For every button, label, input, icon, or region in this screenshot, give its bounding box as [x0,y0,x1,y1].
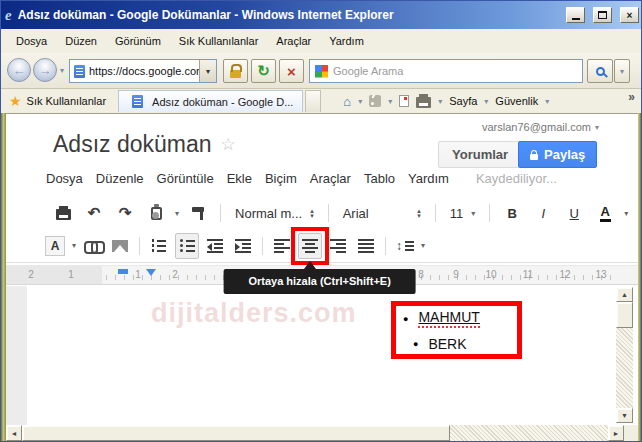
font-select[interactable]: Arial ▴ ▾ [339,206,425,221]
decrease-indent-button[interactable] [203,233,227,259]
share-button[interactable]: Paylaş [518,141,597,168]
toolbar-separator [220,204,221,222]
left-indent-marker[interactable] [146,269,156,276]
favorites-button[interactable]: Sık Kullanılanlar [27,95,107,107]
document-canvas[interactable]: dijitalders.com ● MAHMUT ● BERK [6,286,638,425]
vertical-scroll-thumb[interactable] [616,302,633,328]
insert-image-button[interactable] [108,233,132,259]
new-tab-stub[interactable] [305,90,321,112]
url-field[interactable]: https://docs.google.com ▾ [69,59,217,83]
page-menu-button[interactable]: Sayfa [449,95,477,107]
ruler-number: 1 [135,269,141,280]
text-color-dropdown-icon[interactable]: ▾ [624,209,628,218]
search-input[interactable]: Google Arama [309,59,583,83]
docs-menu-tablo[interactable]: Tablo [364,171,395,186]
first-line-indent-marker[interactable] [118,269,128,274]
rss-dropdown-icon[interactable]: ▾ [388,97,392,106]
line-spacing-button[interactable]: ↕ [393,233,417,259]
highlight-color-button[interactable]: A [42,233,68,259]
rss-icon[interactable] [369,95,381,107]
justify-button[interactable] [354,233,378,259]
menu-dosya[interactable]: Dosya [7,32,56,50]
align-right-button[interactable] [326,233,350,259]
toolbar-separator [489,204,490,222]
docs-menu-araclar[interactable]: Araçlar [310,171,351,186]
toolbar-separator [328,204,329,222]
maximize-button[interactable] [593,7,612,23]
scroll-right-button[interactable]: ► [608,425,624,441]
print-dropdown-icon[interactable]: ▾ [438,97,442,106]
scroll-left-button[interactable]: ◄ [6,425,22,441]
stop-button[interactable]: × [279,59,304,83]
text-color-button[interactable]: A [593,200,617,226]
url-dropdown-button[interactable]: ▾ [199,60,216,82]
line-spacing-dropdown-icon[interactable]: ▾ [421,241,425,250]
read-mail-icon[interactable] [399,95,409,107]
toolbar-overflow-icon[interactable]: » [628,90,635,104]
highlight-dropdown-icon[interactable]: ▾ [72,241,76,250]
page-dropdown-icon[interactable]: ▾ [484,97,488,106]
forward-button[interactable]: → [33,58,57,82]
back-button[interactable]: ← [7,58,31,82]
browser-tab[interactable]: Adsız doküman - Google D... [118,90,303,112]
home-dropdown-icon[interactable]: ▾ [358,97,362,106]
horizontal-scroll-track[interactable] [450,425,608,441]
paste-button[interactable] [144,200,168,226]
horizontal-scroll-thumb[interactable] [22,425,450,441]
security-menu-button[interactable]: Güvenlik [495,95,538,107]
scroll-down-button[interactable]: ▼ [616,408,633,423]
undo-icon: ↶ [88,204,101,222]
chevron-down-icon: ▾ [620,67,624,76]
star-document-icon[interactable]: ☆ [221,134,236,155]
menu-araclar[interactable]: Araçlar [267,32,320,50]
image-icon [112,240,128,252]
home-icon[interactable]: ⌂ [343,94,351,109]
underline-button[interactable]: U [562,200,586,226]
menu-duzen[interactable]: Düzen [56,32,106,50]
docs-menu-dosya[interactable]: Dosya [46,171,83,186]
docs-toolbar-row1: ↶ ↷ ▾ Normal m... ▴ ▾ Arial ▴ ▾ 11 ▾ B I [6,197,638,229]
insert-link-button[interactable] [80,233,104,259]
bulleted-list-button[interactable] [175,233,199,259]
paste-dropdown-icon[interactable]: ▾ [175,209,179,218]
document-title-row: Adsız doküman ☆ [53,131,236,158]
search-options-button[interactable]: ▾ [614,59,630,83]
docs-menu-bicim[interactable]: Biçim [265,171,297,186]
print-button[interactable] [51,200,75,226]
docs-menu-ekle[interactable]: Ekle [227,171,252,186]
italic-button[interactable]: I [531,200,555,226]
history-dropdown-icon[interactable]: ▾ [60,66,64,75]
menu-sik-kullanilanlar[interactable]: Sık Kullanılanlar [170,32,268,50]
document-title[interactable]: Adsız doküman [53,131,212,158]
scroll-up-button[interactable]: ▲ [616,287,633,302]
undo-button[interactable]: ↶ [82,200,106,226]
close-button[interactable]: × [620,7,639,23]
docs-menu-duzenle[interactable]: Düzenle [96,171,144,186]
ruler-number: 2 [172,269,178,280]
menu-gorunum[interactable]: Görünüm [106,32,170,50]
font-size-select[interactable]: 11 ▾ [446,206,480,221]
refresh-button[interactable]: ↻ [251,59,276,83]
bold-button[interactable]: B [500,200,524,226]
account-menu[interactable]: varslan76@gmail.com ▾ [482,121,599,133]
paint-format-button[interactable] [186,200,210,226]
italic-icon: I [541,206,545,221]
minimize-button[interactable] [566,7,585,23]
docs-menu-goruntule[interactable]: Görüntüle [157,171,214,186]
comments-button[interactable]: Yorumlar [438,141,522,168]
search-button[interactable] [587,59,613,83]
horizontal-scrollbar[interactable]: ◄ ► [6,425,638,441]
print-icon[interactable] [416,97,431,108]
paragraph-style-select[interactable]: Normal m... ▴ ▾ [231,206,318,221]
security-dropdown-icon[interactable]: ▾ [545,97,549,106]
vertical-scroll-track[interactable] [616,328,633,408]
numbered-list-button[interactable] [147,233,171,259]
security-lock-button[interactable] [223,59,248,83]
menu-yardim[interactable]: Yardım [320,32,373,50]
vertical-scrollbar[interactable]: ▲ ▼ [616,287,633,423]
docs-menu-yardim[interactable]: Yardım [408,171,449,186]
redo-button[interactable]: ↷ [113,200,137,226]
increase-indent-button[interactable] [231,233,255,259]
align-center-button[interactable]: Ortaya hizala (Ctrl+Shift+E) [298,233,322,259]
refresh-icon: ↻ [257,62,270,80]
